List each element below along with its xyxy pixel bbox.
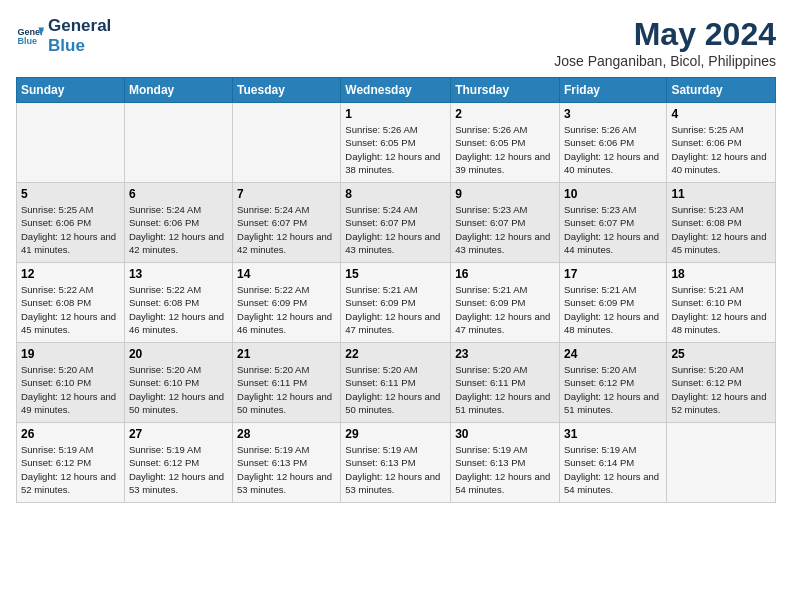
svg-text:Blue: Blue (17, 36, 37, 46)
day-number: 10 (564, 187, 662, 201)
day-number: 13 (129, 267, 228, 281)
calendar-week-2: 5Sunrise: 5:25 AMSunset: 6:06 PMDaylight… (17, 183, 776, 263)
calendar-week-1: 1Sunrise: 5:26 AMSunset: 6:05 PMDaylight… (17, 103, 776, 183)
calendar-week-4: 19Sunrise: 5:20 AMSunset: 6:10 PMDayligh… (17, 343, 776, 423)
day-info: Sunrise: 5:25 AMSunset: 6:06 PMDaylight:… (21, 203, 120, 256)
day-number: 23 (455, 347, 555, 361)
calendar-cell: 31Sunrise: 5:19 AMSunset: 6:14 PMDayligh… (559, 423, 666, 503)
day-info: Sunrise: 5:21 AMSunset: 6:09 PMDaylight:… (345, 283, 446, 336)
day-number: 8 (345, 187, 446, 201)
location: Jose Panganiban, Bicol, Philippines (554, 53, 776, 69)
day-info: Sunrise: 5:23 AMSunset: 6:07 PMDaylight:… (564, 203, 662, 256)
day-header-tuesday: Tuesday (233, 78, 341, 103)
day-info: Sunrise: 5:22 AMSunset: 6:08 PMDaylight:… (21, 283, 120, 336)
calendar-week-5: 26Sunrise: 5:19 AMSunset: 6:12 PMDayligh… (17, 423, 776, 503)
day-number: 18 (671, 267, 771, 281)
day-info: Sunrise: 5:23 AMSunset: 6:07 PMDaylight:… (455, 203, 555, 256)
day-number: 4 (671, 107, 771, 121)
day-info: Sunrise: 5:23 AMSunset: 6:08 PMDaylight:… (671, 203, 771, 256)
day-info: Sunrise: 5:22 AMSunset: 6:09 PMDaylight:… (237, 283, 336, 336)
calendar-cell: 15Sunrise: 5:21 AMSunset: 6:09 PMDayligh… (341, 263, 451, 343)
calendar-cell: 27Sunrise: 5:19 AMSunset: 6:12 PMDayligh… (124, 423, 232, 503)
calendar-cell: 23Sunrise: 5:20 AMSunset: 6:11 PMDayligh… (451, 343, 560, 423)
page-header: General Blue General Blue May 2024 Jose … (16, 16, 776, 69)
calendar-cell: 17Sunrise: 5:21 AMSunset: 6:09 PMDayligh… (559, 263, 666, 343)
day-info: Sunrise: 5:24 AMSunset: 6:07 PMDaylight:… (345, 203, 446, 256)
day-info: Sunrise: 5:22 AMSunset: 6:08 PMDaylight:… (129, 283, 228, 336)
day-info: Sunrise: 5:20 AMSunset: 6:12 PMDaylight:… (564, 363, 662, 416)
day-info: Sunrise: 5:21 AMSunset: 6:09 PMDaylight:… (455, 283, 555, 336)
calendar-cell: 13Sunrise: 5:22 AMSunset: 6:08 PMDayligh… (124, 263, 232, 343)
calendar-cell (667, 423, 776, 503)
day-number: 26 (21, 427, 120, 441)
day-info: Sunrise: 5:19 AMSunset: 6:12 PMDaylight:… (129, 443, 228, 496)
calendar-cell: 5Sunrise: 5:25 AMSunset: 6:06 PMDaylight… (17, 183, 125, 263)
day-header-wednesday: Wednesday (341, 78, 451, 103)
calendar-cell: 21Sunrise: 5:20 AMSunset: 6:11 PMDayligh… (233, 343, 341, 423)
calendar-cell: 25Sunrise: 5:20 AMSunset: 6:12 PMDayligh… (667, 343, 776, 423)
calendar-cell (17, 103, 125, 183)
day-number: 7 (237, 187, 336, 201)
calendar-cell: 24Sunrise: 5:20 AMSunset: 6:12 PMDayligh… (559, 343, 666, 423)
logo-general: General (48, 16, 111, 36)
calendar-cell: 12Sunrise: 5:22 AMSunset: 6:08 PMDayligh… (17, 263, 125, 343)
day-info: Sunrise: 5:26 AMSunset: 6:06 PMDaylight:… (564, 123, 662, 176)
calendar-cell: 28Sunrise: 5:19 AMSunset: 6:13 PMDayligh… (233, 423, 341, 503)
logo-blue: Blue (48, 36, 111, 56)
day-info: Sunrise: 5:20 AMSunset: 6:11 PMDaylight:… (455, 363, 555, 416)
calendar-cell (124, 103, 232, 183)
day-number: 5 (21, 187, 120, 201)
day-number: 22 (345, 347, 446, 361)
day-number: 14 (237, 267, 336, 281)
day-number: 28 (237, 427, 336, 441)
calendar-cell: 16Sunrise: 5:21 AMSunset: 6:09 PMDayligh… (451, 263, 560, 343)
day-info: Sunrise: 5:26 AMSunset: 6:05 PMDaylight:… (455, 123, 555, 176)
calendar-cell: 3Sunrise: 5:26 AMSunset: 6:06 PMDaylight… (559, 103, 666, 183)
calendar-cell: 29Sunrise: 5:19 AMSunset: 6:13 PMDayligh… (341, 423, 451, 503)
calendar-cell: 7Sunrise: 5:24 AMSunset: 6:07 PMDaylight… (233, 183, 341, 263)
calendar-cell: 20Sunrise: 5:20 AMSunset: 6:10 PMDayligh… (124, 343, 232, 423)
month-title: May 2024 (554, 16, 776, 53)
day-number: 12 (21, 267, 120, 281)
calendar-cell: 26Sunrise: 5:19 AMSunset: 6:12 PMDayligh… (17, 423, 125, 503)
calendar-week-3: 12Sunrise: 5:22 AMSunset: 6:08 PMDayligh… (17, 263, 776, 343)
day-info: Sunrise: 5:20 AMSunset: 6:11 PMDaylight:… (237, 363, 336, 416)
calendar-cell (233, 103, 341, 183)
logo-icon: General Blue (16, 22, 44, 50)
header-row: SundayMondayTuesdayWednesdayThursdayFrid… (17, 78, 776, 103)
day-info: Sunrise: 5:24 AMSunset: 6:07 PMDaylight:… (237, 203, 336, 256)
calendar-cell: 9Sunrise: 5:23 AMSunset: 6:07 PMDaylight… (451, 183, 560, 263)
day-number: 6 (129, 187, 228, 201)
day-info: Sunrise: 5:19 AMSunset: 6:13 PMDaylight:… (455, 443, 555, 496)
logo: General Blue General Blue (16, 16, 111, 56)
day-number: 20 (129, 347, 228, 361)
day-number: 25 (671, 347, 771, 361)
day-info: Sunrise: 5:24 AMSunset: 6:06 PMDaylight:… (129, 203, 228, 256)
calendar-cell: 22Sunrise: 5:20 AMSunset: 6:11 PMDayligh… (341, 343, 451, 423)
day-number: 27 (129, 427, 228, 441)
day-number: 31 (564, 427, 662, 441)
day-info: Sunrise: 5:20 AMSunset: 6:12 PMDaylight:… (671, 363, 771, 416)
calendar-cell: 14Sunrise: 5:22 AMSunset: 6:09 PMDayligh… (233, 263, 341, 343)
day-number: 30 (455, 427, 555, 441)
title-block: May 2024 Jose Panganiban, Bicol, Philipp… (554, 16, 776, 69)
day-header-thursday: Thursday (451, 78, 560, 103)
day-number: 16 (455, 267, 555, 281)
day-header-sunday: Sunday (17, 78, 125, 103)
day-number: 3 (564, 107, 662, 121)
calendar-cell: 18Sunrise: 5:21 AMSunset: 6:10 PMDayligh… (667, 263, 776, 343)
day-number: 21 (237, 347, 336, 361)
day-header-friday: Friday (559, 78, 666, 103)
day-header-monday: Monday (124, 78, 232, 103)
day-info: Sunrise: 5:19 AMSunset: 6:12 PMDaylight:… (21, 443, 120, 496)
day-info: Sunrise: 5:21 AMSunset: 6:10 PMDaylight:… (671, 283, 771, 336)
calendar-cell: 1Sunrise: 5:26 AMSunset: 6:05 PMDaylight… (341, 103, 451, 183)
day-number: 1 (345, 107, 446, 121)
day-number: 2 (455, 107, 555, 121)
calendar-cell: 11Sunrise: 5:23 AMSunset: 6:08 PMDayligh… (667, 183, 776, 263)
day-info: Sunrise: 5:19 AMSunset: 6:13 PMDaylight:… (345, 443, 446, 496)
day-number: 17 (564, 267, 662, 281)
calendar-cell: 6Sunrise: 5:24 AMSunset: 6:06 PMDaylight… (124, 183, 232, 263)
day-number: 29 (345, 427, 446, 441)
day-info: Sunrise: 5:20 AMSunset: 6:10 PMDaylight:… (21, 363, 120, 416)
